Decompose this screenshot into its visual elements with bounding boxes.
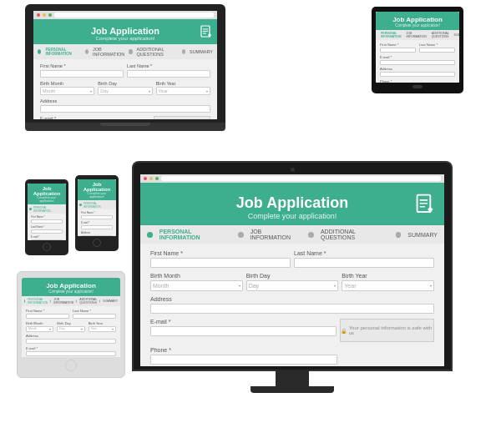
laptop-base [25,123,225,131]
laptop-device: Job Application Complete your applicatio… [25,4,225,131]
monitor-address-input[interactable] [150,304,434,314]
tablet-bl-home-button[interactable] [65,360,77,371]
birth-year-label: Birth Year [156,81,210,86]
doc-icon-laptop [200,25,212,38]
desktop-monitor: Job Application Complete your applicatio… [134,163,451,393]
first-name-input[interactable] [40,70,124,78]
monitor-birth-day-label: Birth Day [246,273,339,279]
tablet-bottom-left: Job Application Complete your applicatio… [17,271,125,378]
monitor-first-name-label: First Name * [150,250,291,256]
monitor-birth-year-label: Birth Year [342,273,434,279]
phone-left: Job Application Complete your applicatio… [25,179,68,255]
monitor-first-name-input[interactable] [150,258,291,268]
address-input[interactable] [40,105,210,113]
monitor-form-title: Job Application [149,194,436,212]
step-dot-2 [85,49,89,54]
tablet-tr-subtitle: Complete your application! [379,23,456,28]
step-dot-3 [129,49,132,54]
tablet-home-button-tr[interactable] [412,85,423,88]
step-dot-4 [182,49,185,54]
doc-icon-monitor [416,194,434,215]
birth-month-label: Birth Month [40,81,94,86]
step-dot-1 [38,49,41,54]
birth-month-select[interactable]: Month ▾ [40,87,94,95]
monitor-birth-month-label: Birth Month [150,273,243,279]
monitor-email-input[interactable] [150,326,337,336]
birth-day-label: Birth Day [98,81,152,86]
tablet-top-right: Job Application Complete your applicatio… [372,7,463,93]
monitor-phone-label: Phone * [150,347,337,353]
monitor-base [250,386,334,393]
laptop-form-title: Job Application [38,26,212,36]
monitor-step-dot-1 [147,232,153,238]
monitor-email-label: E-mail * [150,319,337,325]
monitor-last-name-input[interactable] [294,258,434,268]
last-name-label: Last Name * [127,63,210,68]
monitor-birth-year-select[interactable]: Year ▾ [342,280,434,291]
laptop-form-subtitle: Complete your application! [38,36,212,41]
security-badge-monitor: 🔒 Your personal information is safe with… [340,319,434,342]
step-label-1: PERSONAL INFORMATION [45,48,80,56]
monitor-phone-input[interactable] [150,355,337,365]
birth-day-select[interactable]: Day ▾ [98,87,152,95]
monitor-step-1: PERSONAL INFORMATION [159,229,231,240]
phone-home-button[interactable] [43,243,51,251]
phone-right: Job Application Complete your applicatio… [75,175,119,251]
monitor-birth-day-select[interactable]: Day ▾ [246,280,339,291]
monitor-form-subtitle: Complete your application! [149,212,436,220]
step-label-4: SUMMARY [190,49,213,54]
phone-home-button-2[interactable] [93,239,101,247]
address-label: Address [40,98,210,103]
last-name-input[interactable] [127,70,210,78]
birth-year-select[interactable]: Year ▾ [156,87,210,95]
step-label-3: ADDITIONAL QUESTIONS [137,47,178,57]
tablet-bl-title: Job Application [25,282,117,289]
monitor-address-label: Address [150,296,434,302]
monitor-last-name-label: Last Name * [294,250,434,256]
security-badge-laptop: 🔒 Your personal information is safe with… [154,116,210,120]
tablet-tr-form-title: Job Application [379,16,456,23]
step-label-2: JOB INFORMATION [93,47,124,57]
monitor-neck [276,370,309,386]
email-label: E-mail * [40,116,150,120]
monitor-camera [291,168,295,172]
phone-left-title: Job Application [30,186,63,196]
phone-right-title: Job Application [80,182,114,192]
monitor-birth-month-select[interactable]: Month ▾ [150,280,243,291]
first-name-label: First Name * [40,63,124,68]
